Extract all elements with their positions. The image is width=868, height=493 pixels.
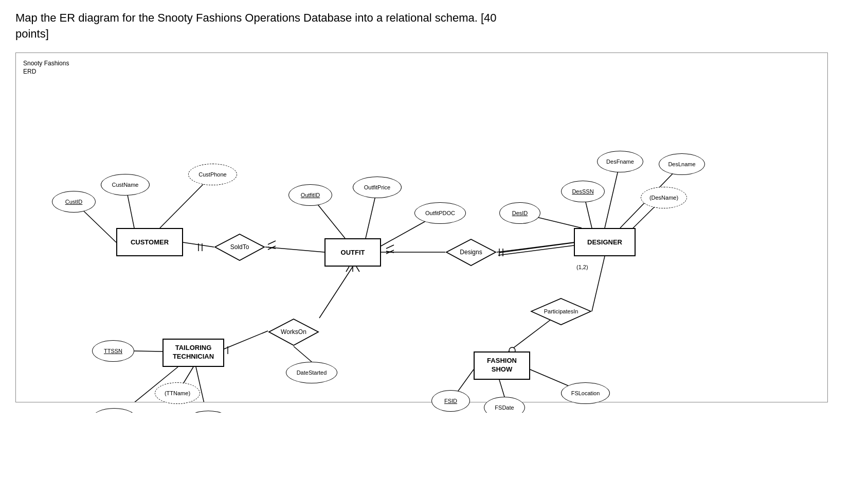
relation-works-on: WorksOn — [268, 318, 319, 346]
attr-des-fname: DesFname — [597, 151, 643, 172]
connector-lines — [16, 53, 827, 402]
svg-line-38 — [346, 267, 349, 272]
svg-line-34 — [386, 251, 394, 253]
attr-tt-ssn: TTSSN — [92, 340, 134, 362]
attr-des-id: DesID — [499, 202, 540, 224]
relation-sold-to: SoldTo — [214, 233, 265, 261]
entity-fashion-show: FASHION SHOW — [474, 351, 530, 380]
svg-line-30 — [268, 246, 276, 250]
svg-line-21 — [224, 331, 268, 349]
er-diagram: Snooty Fashions ERD — [15, 52, 828, 402]
attr-cust-id: CustID — [52, 191, 96, 213]
attr-des-name: (DesName) — [641, 187, 687, 208]
svg-line-9 — [497, 242, 574, 252]
relation-designs: Designs — [445, 238, 497, 267]
attr-fsid: FSID — [431, 390, 470, 412]
relation-participates-in: ParticipatesIn — [530, 297, 592, 326]
entity-tailoring-technician: TAILORING TECHNICIAN — [162, 339, 224, 367]
svg-line-20 — [319, 267, 353, 318]
entity-outfit: OUTFIT — [324, 238, 381, 267]
entity-customer: CUSTOMER — [116, 228, 183, 256]
entity-designer: DESIGNER — [574, 228, 636, 256]
attr-outfit-price: OutfitPrice — [353, 177, 402, 198]
diagram-label: Snooty Fashions ERD — [23, 59, 69, 77]
attr-tt-fname: TTFname — [92, 408, 137, 413]
attr-des-ssn: DesSSN — [561, 181, 605, 202]
svg-line-18 — [499, 380, 504, 397]
attr-fslocation: FSLocation — [561, 382, 610, 404]
svg-line-22 — [294, 346, 312, 362]
svg-line-32 — [386, 245, 394, 249]
svg-line-4 — [265, 247, 324, 252]
attr-des-lname: DesLname — [659, 153, 705, 175]
svg-line-31 — [268, 247, 276, 249]
attr-cust-name: CustName — [101, 174, 150, 196]
attr-tt-lname: TTLname — [186, 411, 231, 413]
cardinality-note-designer: (1,2) — [576, 264, 588, 270]
attr-date-started: DateStarted — [286, 362, 337, 383]
svg-line-23 — [134, 351, 162, 351]
attr-tt-name: (TTName) — [155, 382, 200, 404]
svg-line-29 — [268, 241, 276, 244]
attr-cust-phone: CustPhone — [188, 164, 237, 185]
svg-line-15 — [592, 256, 605, 311]
attr-outfit-pdoc: OutfitPDOC — [414, 202, 466, 224]
svg-line-3 — [183, 242, 214, 247]
svg-line-33 — [386, 250, 394, 254]
svg-line-40 — [356, 267, 359, 272]
attr-fsdate: FSDate — [484, 397, 525, 413]
svg-line-42 — [498, 245, 574, 255]
svg-line-41 — [499, 242, 576, 253]
attr-outfit-id: OutfitID — [288, 184, 332, 206]
page-title: Map the ER diagram for the Snooty Fashio… — [15, 10, 735, 42]
